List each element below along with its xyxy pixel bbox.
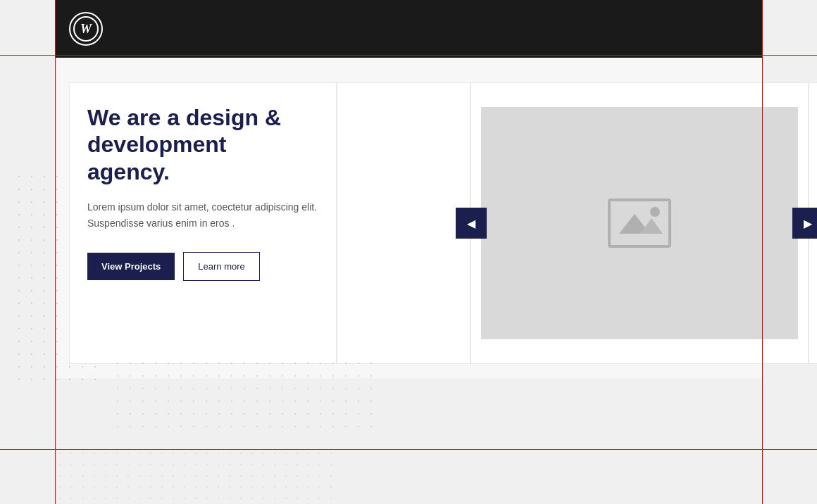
cards-row: We are a design & development agency. Lo… — [69, 82, 748, 364]
svg-text:W: W — [80, 22, 93, 36]
mountain2-icon — [640, 218, 663, 234]
inner-content: W We are a design & development agency. — [55, 0, 762, 504]
image-frame — [608, 199, 671, 248]
prev-button[interactable]: ◀ — [456, 208, 487, 239]
navbar: W — [55, 0, 762, 58]
page-wrapper: W We are a design & development agency. — [0, 0, 817, 504]
text-card: We are a design & development agency. Lo… — [69, 82, 337, 364]
wordpress-logo: W — [69, 12, 103, 46]
content-area: We are a design & development agency. Lo… — [55, 58, 762, 378]
image-icon — [608, 199, 671, 248]
hero-title: We are a design & development agency. — [87, 104, 318, 185]
view-projects-button[interactable]: View Projects — [87, 253, 175, 280]
hero-description: Lorem ipsum dolor sit amet, coectetur ad… — [87, 199, 318, 231]
image-placeholder — [481, 107, 798, 339]
dot-pattern-bottom — [111, 357, 379, 427]
learn-more-button[interactable]: Learn more — [183, 252, 259, 281]
bottom-dots-area — [55, 448, 337, 504]
next-button[interactable]: ▶ — [792, 208, 817, 239]
slider-section: We are a design & development agency. Lo… — [69, 82, 748, 364]
sun-icon — [650, 207, 660, 217]
card-buttons: View Projects Learn more — [87, 252, 318, 281]
sep-card-left — [337, 82, 470, 364]
image-card: ◀ — [470, 82, 809, 364]
